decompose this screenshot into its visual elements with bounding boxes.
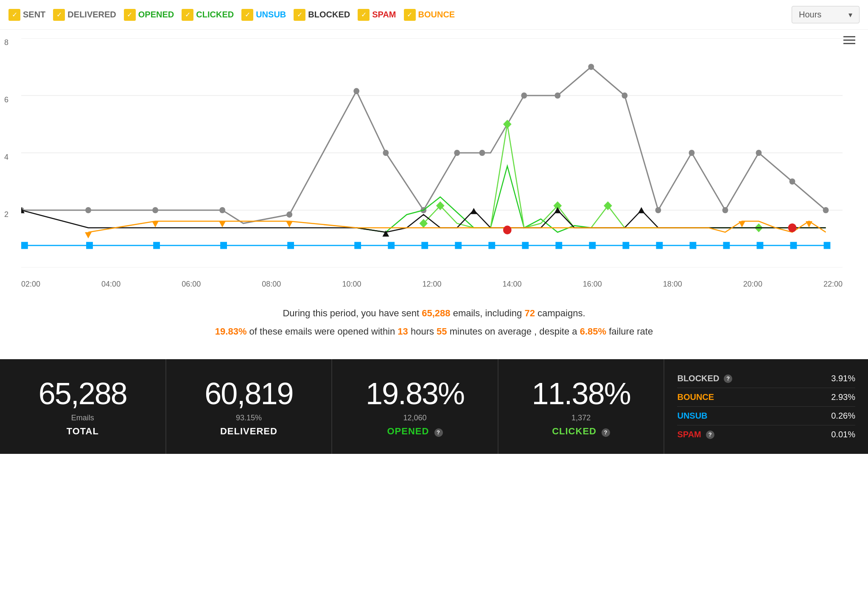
legend-item-spam[interactable]: ✓ SPAM [358, 9, 396, 21]
hours-label: Hours [799, 10, 821, 20]
svg-point-15 [521, 93, 527, 99]
legend-label-delivered: DELIVERED [67, 10, 116, 20]
legend-bar: ✓ SENT ✓ DELIVERED ✓ OPENED ✓ CLICKED ✓ … [0, 0, 868, 30]
legend-item-blocked[interactable]: ✓ BLOCKED [294, 9, 350, 21]
legend-item-delivered[interactable]: ✓ DELIVERED [53, 9, 116, 21]
x-label-22: 22:00 [823, 280, 843, 289]
opened-sub: 12,060 [403, 414, 426, 422]
svg-point-8 [219, 207, 225, 214]
x-label-08: 08:00 [262, 280, 281, 289]
opened-help-icon[interactable]: ? [434, 428, 443, 437]
y-label-6: 6 [4, 96, 8, 104]
legend-item-unsub[interactable]: ✓ UNSUB [241, 9, 286, 21]
svg-marker-38 [152, 221, 159, 228]
total-label: TOTAL [67, 426, 99, 437]
svg-rect-60 [656, 242, 663, 249]
svg-rect-65 [824, 242, 831, 249]
legend-label-blocked: BLOCKED [308, 10, 350, 20]
blocked-value: 3.91% [831, 374, 855, 383]
summary-line1: During this period, you have sent 65,288… [8, 306, 860, 321]
svg-point-18 [622, 93, 627, 99]
svg-point-9 [286, 211, 292, 218]
legend-label-spam: SPAM [372, 10, 396, 20]
rate-unsub: UNSUB 0.26% [677, 407, 855, 425]
rate-blocked: BLOCKED ? 3.91% [677, 369, 855, 388]
svg-rect-47 [86, 242, 93, 249]
bounce-value: 2.93% [831, 392, 855, 402]
svg-rect-51 [354, 242, 361, 249]
legend-checkbox-sent: ✓ [8, 9, 20, 21]
menu-icon[interactable] [843, 36, 855, 44]
rate-bounce: BOUNCE 2.93% [677, 388, 855, 407]
legend-checkbox-blocked: ✓ [294, 9, 305, 21]
delivered-sub: 93.15% [236, 414, 262, 422]
summary-section: During this period, you have sent 65,288… [0, 293, 868, 351]
delivered-number: 60,819 [204, 376, 293, 411]
legend-checkbox-clicked: ✓ [182, 9, 193, 21]
spam-label: SPAM ? [677, 430, 714, 439]
open-rate: 19.83% [215, 326, 247, 337]
hours-dropdown[interactable]: Hours ▾ [792, 6, 860, 23]
svg-point-21 [722, 207, 728, 214]
svg-point-23 [790, 178, 795, 185]
y-label-8: 8 [4, 38, 8, 47]
chevron-down-icon: ▾ [848, 10, 852, 20]
clicked-help-icon[interactable]: ? [602, 428, 610, 437]
failure-rate: 6.85% [580, 326, 606, 337]
x-label-06: 06:00 [182, 280, 201, 289]
blocked-help-icon[interactable]: ? [724, 374, 732, 383]
emails-count: 65,288 [422, 308, 450, 318]
svg-rect-58 [589, 242, 596, 249]
svg-rect-62 [723, 242, 730, 249]
svg-point-17 [588, 64, 594, 70]
svg-rect-61 [689, 242, 696, 249]
svg-point-6 [85, 207, 91, 214]
stat-clicked: 11.38% 1,372 CLICKED ? [498, 359, 665, 454]
svg-rect-57 [555, 242, 562, 249]
legend-label-bounce: BOUNCE [418, 10, 455, 20]
legend-item-clicked[interactable]: ✓ CLICKED [182, 9, 234, 21]
campaigns-count: 72 [524, 308, 535, 318]
x-label-16: 16:00 [583, 280, 602, 289]
legend-item-sent[interactable]: ✓ SENT [8, 9, 45, 21]
x-label-02: 02:00 [21, 280, 40, 289]
legend-label-sent: SENT [23, 10, 45, 20]
svg-rect-48 [153, 242, 160, 249]
svg-marker-34 [470, 208, 477, 214]
x-label-20: 20:00 [743, 280, 762, 289]
svg-rect-59 [622, 242, 629, 249]
unsub-label: UNSUB [677, 411, 707, 421]
unsub-value: 0.26% [831, 411, 855, 421]
opened-label: OPENED ? [387, 426, 443, 437]
total-number: 65,288 [39, 376, 127, 411]
svg-marker-37 [85, 232, 92, 239]
total-sub: Emails [71, 414, 94, 422]
stat-rates: BLOCKED ? 3.91% BOUNCE 2.93% UNSUB 0.26%… [664, 359, 868, 454]
clicked-number: 11.38% [532, 376, 630, 411]
clicked-label: CLICKED ? [552, 426, 610, 437]
svg-point-20 [689, 150, 694, 156]
legend-item-opened[interactable]: ✓ OPENED [124, 9, 174, 21]
minutes-value: 55 [437, 326, 447, 337]
svg-marker-40 [286, 221, 293, 228]
legend-item-bounce[interactable]: ✓ BOUNCE [404, 9, 455, 21]
rates-list: BLOCKED ? 3.91% BOUNCE 2.93% UNSUB 0.26%… [677, 369, 855, 444]
chart-svg [21, 38, 843, 267]
stats-row: 65,288 Emails TOTAL 60,819 93.15% DELIVE… [0, 359, 868, 454]
legend-checkbox-bounce: ✓ [404, 9, 416, 21]
svg-point-16 [554, 93, 560, 99]
svg-rect-63 [757, 242, 764, 249]
svg-point-22 [756, 150, 762, 156]
delivered-label: DELIVERED [220, 426, 277, 437]
svg-rect-64 [790, 242, 797, 249]
svg-point-44 [788, 223, 797, 232]
blocked-label: BLOCKED ? [677, 374, 732, 383]
legend-checkbox-spam: ✓ [358, 9, 370, 21]
x-label-10: 10:00 [342, 280, 361, 289]
legend-checkbox-unsub: ✓ [241, 9, 253, 21]
svg-point-14 [479, 150, 485, 156]
x-label-04: 04:00 [101, 280, 120, 289]
spam-help-icon[interactable]: ? [706, 431, 714, 439]
legend-label-unsub: UNSUB [256, 10, 286, 20]
bounce-label: BOUNCE [677, 392, 714, 402]
